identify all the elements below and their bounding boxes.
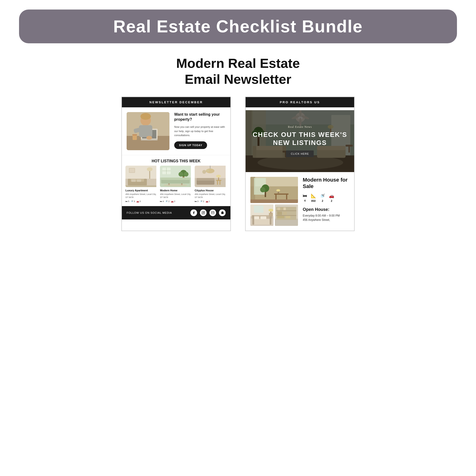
svg-point-52 <box>206 169 209 172</box>
svg-rect-48 <box>220 181 221 185</box>
listing-thumb-1 <box>125 166 157 187</box>
svg-rect-122 <box>284 207 286 210</box>
svg-rect-102 <box>250 200 298 203</box>
svg-rect-5 <box>133 135 137 140</box>
property-image-2 <box>250 204 273 226</box>
listings-header: HOT LISTINGS THIS WEEK <box>122 155 230 166</box>
facebook-icon[interactable] <box>190 209 197 216</box>
svg-point-101 <box>276 189 280 192</box>
svg-point-11 <box>146 136 152 140</box>
listing-item-2: Modern Home 456 Anywhere Street, Local C… <box>160 166 192 202</box>
property-title: Modern House for Sale <box>303 177 349 189</box>
svg-rect-126 <box>286 216 290 218</box>
banner-overlay: Real Estate News CHECK OUT THIS WEEK'S N… <box>246 110 354 172</box>
listing-1-garage: 🚗 3 <box>136 200 141 203</box>
beds-value: 4 <box>304 199 306 202</box>
listing-2-name: Modern Home <box>160 189 192 192</box>
email-icon[interactable] <box>209 209 216 216</box>
svg-point-8 <box>140 113 151 120</box>
baths-value: 2 <box>322 200 323 202</box>
svg-rect-53 <box>202 211 205 214</box>
hero-image <box>127 112 170 150</box>
svg-point-96 <box>260 187 265 192</box>
svg-rect-114 <box>254 206 263 213</box>
listing-3-name: Cityplux House <box>195 189 227 192</box>
svg-point-50 <box>216 175 221 178</box>
listing-1-features: 🛏 5 🚿 3 🚗 3 <box>125 200 157 203</box>
open-house-info: Open House: Everyday 8:00 AM – 9:00 PM 4… <box>303 207 349 222</box>
svg-point-33 <box>184 172 188 177</box>
svg-rect-123 <box>277 212 282 215</box>
svg-rect-110 <box>270 215 272 225</box>
prop-feature-sqft: 📐 850 <box>311 193 316 202</box>
svg-rect-108 <box>260 216 266 219</box>
social-icons <box>190 209 226 216</box>
snapchat-icon[interactable] <box>219 209 226 216</box>
svg-rect-111 <box>269 213 273 216</box>
listing-2-garage: 🚗 2 <box>171 200 175 203</box>
svg-point-39 <box>164 184 187 187</box>
svg-rect-21 <box>137 179 141 182</box>
property-features: 🛏 4 📐 850 🚿 2 🚗 2 <box>303 193 349 202</box>
listing-2-features: 🛏 4 🚿 2 🚗 2 <box>160 200 192 203</box>
svg-point-113 <box>269 209 273 212</box>
listing-3-garage: 🚗 1 <box>206 200 210 203</box>
left-card-footer: FOLLOW US ON SOCIAL MEDIA <box>122 206 230 220</box>
instagram-icon[interactable] <box>200 209 206 216</box>
svg-rect-119 <box>276 215 296 216</box>
listing-1-name: Luxury Apartment <box>125 189 157 192</box>
listing-2-address: 456 Anywhere Street, Local City, ST 5678 <box>160 193 192 199</box>
svg-rect-19 <box>144 179 147 186</box>
listing-item-3: Cityplux House 456 Anywhere Street, Loca… <box>195 166 227 202</box>
svg-rect-47 <box>217 181 218 185</box>
main-content: NEWSLETTER DECEMBER <box>0 97 476 231</box>
open-house-title: Open House: <box>303 207 349 212</box>
property-section: Modern House for Sale 🛏 4 📐 850 🚿 2 <box>246 172 354 231</box>
bed-icon: 🛏 <box>303 193 307 198</box>
garage-value: 2 <box>331 200 332 202</box>
subtitle-text: Modern Real Estate Email Newsletter <box>0 55 476 87</box>
header-title: Real Estate Checklist Bundle <box>33 17 443 36</box>
bath-icon: 🚿 <box>320 193 325 199</box>
listings-grid: Luxury Apartment 456 Anywhere Street, Lo… <box>122 166 230 206</box>
prop-feature-baths: 🚿 2 <box>320 193 325 202</box>
svg-rect-120 <box>277 207 280 210</box>
listing-1-beds: 🛏 5 <box>125 200 129 203</box>
hero-headline: Want to start selling your property? <box>174 112 226 122</box>
svg-rect-109 <box>252 215 254 225</box>
subtitle-section: Modern Real Estate Email Newsletter <box>0 55 476 87</box>
white-bar <box>246 107 354 110</box>
left-newsletter-card: NEWSLETTER DECEMBER <box>121 97 231 231</box>
listing-3-address: 456 Anywhere Street, Local City, ST 5678 <box>195 193 227 199</box>
svg-point-51 <box>202 170 206 174</box>
svg-rect-45 <box>197 178 214 181</box>
listing-3-baths: 🚿 2 <box>200 200 204 203</box>
garage-icon: 🚗 <box>329 193 334 199</box>
svg-point-55 <box>204 212 204 212</box>
property-details: Modern House for Sale 🛏 4 📐 850 🚿 2 <box>303 177 349 222</box>
prop-feature-garage: 🚗 2 <box>329 193 334 202</box>
listing-2-beds: 🛏 4 <box>160 200 164 203</box>
right-newsletter-card: PRO REALTORS US <box>245 97 355 231</box>
right-card-header: PRO REALTORS US <box>246 97 354 107</box>
sqft-value: 850 <box>311 200 316 202</box>
open-house-address: 456 Anywhere Street, <box>303 218 349 222</box>
open-house-time: Everyday 8:00 AM – 9:00 PM <box>303 214 349 218</box>
signup-button[interactable]: SIGN UP TODAY <box>174 141 207 149</box>
property-main-image <box>250 177 298 203</box>
listing-1-address: 456 Anywhere Street, Local City, ST 5678 <box>125 193 157 199</box>
svg-point-54 <box>203 212 204 213</box>
sqft-icon: 📐 <box>311 193 316 199</box>
follow-text: FOLLOW US ON SOCIAL MEDIA <box>127 211 172 214</box>
svg-rect-6 <box>132 134 137 136</box>
property-images <box>250 177 298 226</box>
svg-rect-121 <box>281 207 283 210</box>
hero-text: Want to start selling your property? Now… <box>174 112 226 149</box>
prop-feature-beds: 🛏 4 <box>303 193 307 202</box>
left-card-header: NEWSLETTER DECEMBER <box>122 97 230 107</box>
click-here-button[interactable]: CLICK HERE <box>286 151 314 157</box>
svg-rect-97 <box>274 193 289 195</box>
header-banner: Real Estate Checklist Bundle <box>19 10 457 43</box>
hero-section: Want to start selling your property? Now… <box>122 107 230 155</box>
svg-point-23 <box>147 167 153 171</box>
